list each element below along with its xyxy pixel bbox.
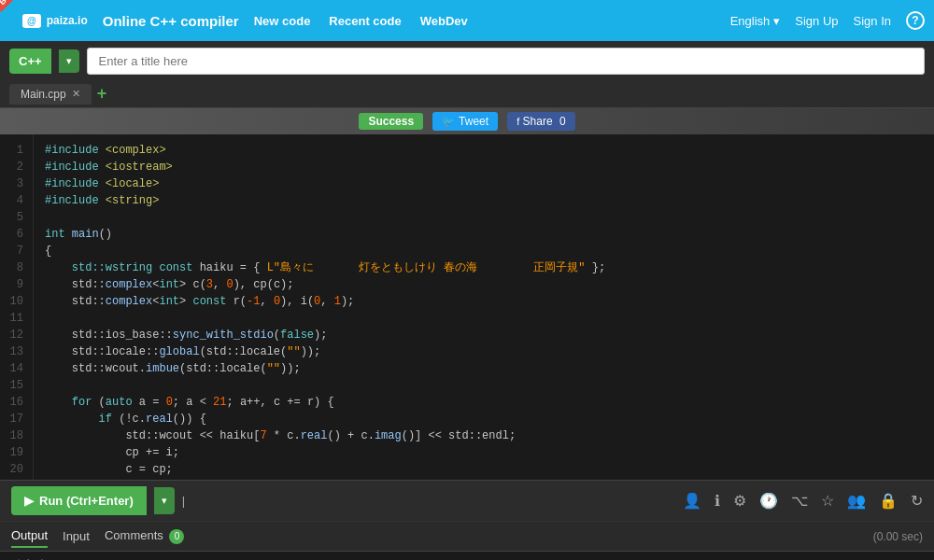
github-icon[interactable]: ⌥ [791, 492, 808, 510]
add-tab-button[interactable]: + [97, 84, 107, 104]
title-input[interactable] [87, 48, 925, 75]
play-icon: ▶ [24, 494, 34, 508]
code-content[interactable]: #include <complex> #include <iostream> #… [34, 134, 934, 480]
output-tab-output[interactable]: Output [11, 525, 48, 548]
help-button[interactable]: ? [906, 11, 925, 30]
run-caret-button[interactable]: ▾ [154, 487, 175, 514]
clock-icon[interactable]: 🕐 [759, 492, 778, 510]
logo-area: @ paiza.io [22, 14, 88, 28]
bookmark-icon[interactable]: ☆ [821, 492, 834, 510]
output-tab-input[interactable]: Input [63, 525, 90, 547]
logo-icon: @ [22, 14, 41, 28]
status-bar: Success 🐦 Tweet f Share 0 [0, 108, 934, 134]
logo-paiza: paiza.io [47, 14, 88, 27]
output-tabs: Output Input Comments 0 (0.00 sec) [0, 522, 934, 552]
nav-webdev[interactable]: WebDev [420, 14, 468, 28]
language-selector[interactable]: English ▾ [730, 14, 781, 28]
info-icon[interactable]: ℹ [715, 492, 720, 510]
user-icon[interactable]: 👤 [683, 492, 701, 510]
nav-recent-code[interactable]: Recent code [329, 14, 401, 28]
refresh-icon[interactable]: ↻ [911, 492, 923, 510]
people-icon[interactable]: 👥 [847, 492, 866, 510]
sign-up-link[interactable]: Sign Up [795, 14, 838, 28]
header-right: English ▾ Sign Up Sign In ? [730, 11, 925, 30]
sign-in-link[interactable]: Sign In [854, 14, 891, 28]
beta-badge: Beta [0, 0, 22, 12]
tweet-button[interactable]: 🐦 Tweet [432, 112, 498, 131]
cursor-position: | [182, 494, 185, 508]
file-tabs: Main.cpp ✕ + [0, 80, 934, 108]
lock-icon[interactable]: 🔒 [879, 492, 898, 510]
share-button[interactable]: f Share 0 [507, 112, 574, 131]
site-title: Online C++ compiler [103, 13, 239, 29]
output-content: 春灯島 るた々 [0, 552, 934, 560]
status-success: Success [359, 113, 423, 130]
header-nav: New code Recent code WebDev [254, 14, 715, 28]
line-numbers: 1234567891011121314151617181920212223242… [0, 134, 34, 480]
facebook-icon: f [517, 116, 519, 127]
header: Beta @ paiza.io Online C++ compiler New … [0, 0, 934, 41]
output-tab-comments[interactable]: Comments 0 [105, 525, 184, 548]
toolbar: C++ ▾ [0, 41, 934, 80]
language-caret[interactable]: ▾ [59, 49, 79, 73]
run-icon-group: 👤 ℹ ⚙ 🕐 ⌥ ☆ 👥 🔒 ↻ [683, 492, 923, 510]
execution-time: (0.00 sec) [873, 530, 923, 543]
language-dropdown[interactable]: C++ [9, 49, 51, 74]
run-button[interactable]: ▶ Run (Ctrl+Enter) [11, 486, 147, 515]
run-bar: ▶ Run (Ctrl+Enter) ▾ | 👤 ℹ ⚙ 🕐 ⌥ ☆ 👥 🔒 ↻ [0, 480, 934, 521]
comments-count-badge: 0 [169, 529, 184, 544]
nav-new-code[interactable]: New code [254, 14, 311, 28]
output-area: Output Input Comments 0 (0.00 sec) 春灯島 る… [0, 521, 934, 560]
main-tab[interactable]: Main.cpp ✕ [9, 84, 92, 105]
twitter-icon: 🐦 [442, 116, 455, 128]
settings-icon[interactable]: ⚙ [733, 492, 746, 510]
code-editor: 1234567891011121314151617181920212223242… [0, 134, 934, 480]
close-tab-icon[interactable]: ✕ [72, 88, 80, 100]
